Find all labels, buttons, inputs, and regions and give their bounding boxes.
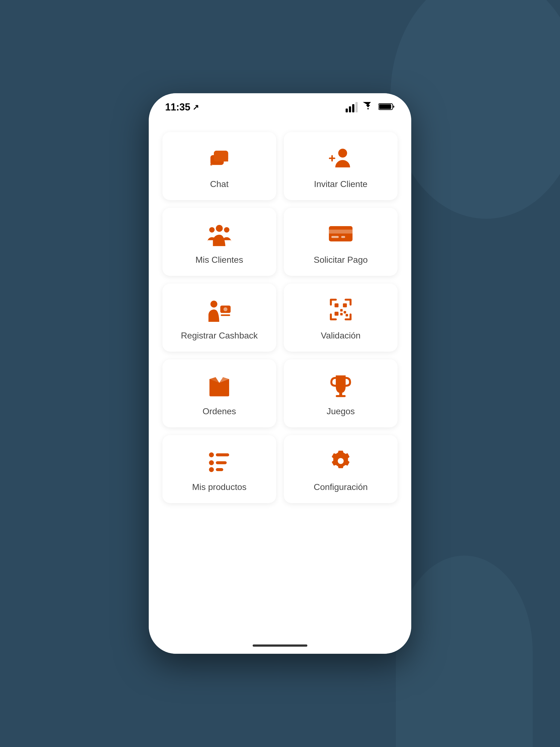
invitar-cliente-label: Invitar Cliente (314, 179, 367, 189)
svg-rect-1 (379, 104, 391, 109)
menu-card-mis-productos[interactable]: Mis productos (162, 435, 276, 503)
svg-rect-14 (329, 230, 353, 233)
svg-rect-9 (329, 157, 335, 159)
svg-point-32 (209, 460, 214, 465)
status-time: 11:35 ↗ (165, 101, 199, 113)
svg-point-12 (224, 227, 229, 233)
menu-card-chat[interactable]: Chat (162, 132, 276, 200)
menu-card-invitar-cliente[interactable]: Invitar Cliente (284, 132, 398, 200)
battery-icon (378, 103, 395, 112)
signal-icon (346, 102, 358, 112)
svg-point-17 (210, 301, 218, 308)
juegos-label: Juegos (327, 406, 355, 416)
wifi-icon (362, 102, 374, 112)
registrar-cashback-label: Registrar Cashback (181, 331, 258, 341)
menu-card-mis-clientes[interactable]: Mis Clientes (162, 208, 276, 276)
mis-productos-label: Mis productos (192, 482, 246, 492)
solicitar-pago-label: Solicitar Pago (314, 255, 367, 265)
mis-clientes-label: Mis Clientes (196, 255, 243, 265)
credit-card-icon (328, 222, 353, 247)
ordenes-label: Ordenes (203, 406, 236, 416)
svg-rect-31 (216, 453, 229, 456)
status-icons (346, 102, 395, 112)
gear-icon (328, 449, 353, 474)
svg-point-11 (209, 227, 215, 233)
svg-rect-27 (346, 314, 348, 316)
chat-icon (207, 146, 232, 172)
phone-frame: 11:35 ↗ (149, 93, 411, 654)
box-icon (207, 373, 232, 398)
chat-label: Chat (210, 179, 229, 189)
menu-card-validacion[interactable]: Validación (284, 284, 398, 352)
svg-rect-26 (340, 313, 342, 315)
svg-point-19 (223, 307, 227, 311)
svg-point-34 (209, 467, 214, 472)
phone-screen: 11:35 ↗ (149, 93, 411, 654)
svg-rect-16 (341, 236, 345, 238)
svg-point-10 (216, 225, 223, 232)
trophy-icon (328, 373, 353, 398)
svg-rect-22 (343, 304, 347, 307)
validacion-label: Validación (321, 331, 360, 341)
menu-card-ordenes[interactable]: Ordenes (162, 359, 276, 428)
svg-rect-33 (216, 461, 227, 464)
time-display: 11:35 (165, 101, 190, 113)
svg-rect-21 (335, 304, 338, 307)
svg-rect-25 (344, 311, 346, 313)
cashback-icon (207, 297, 232, 323)
status-bar: 11:35 ↗ (149, 93, 411, 115)
configuracion-label: Configuración (314, 482, 367, 492)
qr-code-icon (328, 297, 353, 323)
content-area: Chat Invitar Cliente (149, 115, 411, 637)
svg-rect-23 (335, 312, 338, 315)
home-indicator (149, 637, 411, 654)
svg-rect-20 (221, 314, 230, 316)
svg-point-30 (209, 453, 214, 458)
menu-card-solicitar-pago[interactable]: Solicitar Pago (284, 208, 398, 276)
home-bar (253, 644, 307, 647)
add-person-icon (328, 146, 353, 172)
svg-rect-15 (331, 236, 339, 238)
svg-rect-35 (216, 468, 223, 471)
svg-point-36 (338, 458, 344, 464)
svg-rect-6 (214, 151, 228, 162)
list-icon (207, 449, 232, 474)
svg-point-7 (338, 149, 347, 157)
menu-grid: Chat Invitar Cliente (162, 132, 398, 503)
svg-rect-24 (340, 309, 342, 311)
group-icon (207, 222, 232, 247)
menu-card-configuracion[interactable]: Configuración (284, 435, 398, 503)
menu-card-juegos[interactable]: Juegos (284, 359, 398, 428)
location-icon: ↗ (193, 103, 199, 112)
svg-rect-29 (336, 395, 346, 397)
svg-rect-13 (329, 226, 353, 241)
menu-card-registrar-cashback[interactable]: Registrar Cashback (162, 284, 276, 352)
